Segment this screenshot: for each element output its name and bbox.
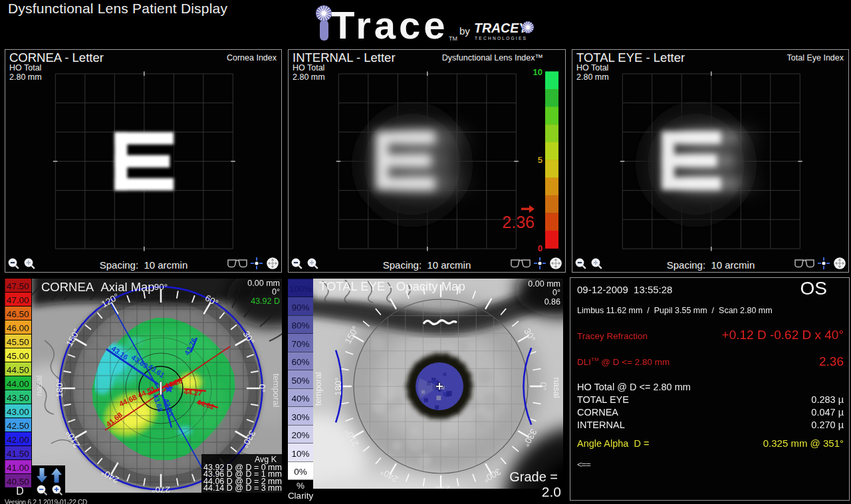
- svg-text:42.50: 42.50: [7, 421, 29, 431]
- svg-text:45.00: 45.00: [7, 351, 29, 361]
- svg-text:47.00: 47.00: [7, 295, 29, 305]
- svg-text:by: by: [459, 25, 470, 37]
- svg-text:D: D: [16, 485, 24, 497]
- svg-text:TM: TM: [449, 35, 457, 42]
- svg-text:42.00: 42.00: [7, 435, 29, 445]
- svg-text:TOTAL EYE - Opacity Map: TOTAL EYE - Opacity Map: [319, 279, 465, 293]
- svg-text:2.36: 2.36: [502, 213, 535, 231]
- svg-text:5: 5: [538, 155, 543, 165]
- svg-text:30%: 30%: [291, 412, 309, 422]
- svg-text:44.50: 44.50: [7, 365, 29, 375]
- svg-text:Spacing: 10 arcmin: Spacing: 10 arcmin: [383, 259, 471, 271]
- svg-text:47.50: 47.50: [7, 281, 29, 291]
- svg-text:0.86: 0.86: [545, 297, 560, 307]
- svg-text:270°: 270°: [152, 485, 170, 495]
- svg-text:temporal: temporal: [313, 372, 323, 406]
- svg-text:10%: 10%: [291, 449, 309, 459]
- svg-text:2.80 mm: 2.80 mm: [293, 72, 325, 82]
- svg-text:0°: 0°: [539, 382, 548, 391]
- svg-text:Dysfunctional Lens Index™: Dysfunctional Lens Index™: [442, 53, 543, 63]
- svg-text:HO Total: HO Total: [293, 63, 324, 72]
- svg-text:0°: 0°: [272, 287, 280, 297]
- svg-text:44.00: 44.00: [7, 379, 29, 389]
- svg-text:40%: 40%: [291, 394, 309, 404]
- svg-text:0%: 0%: [294, 467, 307, 477]
- svg-text:temporal: temporal: [271, 374, 281, 408]
- svg-text:180°: 180°: [55, 379, 64, 398]
- svg-text:TRACEY: TRACEY: [474, 21, 529, 35]
- svg-text:2.80 mm: 2.80 mm: [9, 72, 42, 82]
- svg-text:TECHNOLOGIES: TECHNOLOGIES: [475, 36, 527, 41]
- svg-text:Total Eye Index: Total Eye Index: [787, 53, 844, 63]
- svg-text:HO Total: HO Total: [576, 63, 608, 72]
- svg-text:Spacing: 10 arcmin: Spacing: 10 arcmin: [667, 259, 755, 271]
- svg-text:50%: 50%: [291, 376, 309, 386]
- svg-text:70%: 70%: [291, 339, 309, 349]
- svg-text:80%: 80%: [291, 320, 309, 330]
- svg-text:CORNEA Axial Map: CORNEA Axial Map: [41, 280, 155, 294]
- svg-text:90%: 90%: [291, 303, 309, 313]
- svg-text:0: 0: [538, 243, 543, 253]
- svg-text:0.00 mm: 0.00 mm: [247, 279, 280, 288]
- svg-text:0°: 0°: [257, 384, 267, 393]
- svg-text:46.50: 46.50: [7, 309, 29, 319]
- svg-text:0.00 mm: 0.00 mm: [528, 279, 560, 289]
- svg-text:Clarity: Clarity: [288, 491, 313, 501]
- svg-text:41.50: 41.50: [7, 449, 29, 459]
- svg-text:Spacing: 10 arcmin: Spacing: 10 arcmin: [100, 259, 188, 271]
- svg-text:90°: 90°: [154, 282, 168, 292]
- svg-text:2.80 mm: 2.80 mm: [576, 72, 609, 82]
- svg-text:20%: 20%: [291, 430, 309, 440]
- svg-text:2.0: 2.0: [542, 484, 561, 499]
- svg-text:44.27: 44.27: [183, 388, 202, 397]
- svg-text:nasal: nasal: [34, 375, 44, 396]
- svg-text:41.00: 41.00: [7, 463, 29, 473]
- svg-text:nasal: nasal: [552, 377, 562, 398]
- svg-text:Grade =: Grade =: [509, 469, 558, 484]
- svg-text:0°: 0°: [552, 288, 560, 297]
- svg-text:43.92 D: 43.92 D: [251, 297, 280, 306]
- svg-text:10: 10: [533, 67, 543, 77]
- svg-text:46.00: 46.00: [7, 323, 29, 333]
- svg-text:44.14 D @ D = 3 mm: 44.14 D @ D = 3 mm: [203, 483, 282, 493]
- svg-text:43.00: 43.00: [7, 407, 29, 417]
- svg-text:60%: 60%: [291, 357, 309, 367]
- svg-text:180°: 180°: [333, 377, 343, 396]
- svg-text:Trace: Trace: [331, 3, 449, 45]
- svg-text:45.50: 45.50: [7, 337, 29, 347]
- svg-text:%: %: [297, 481, 304, 491]
- svg-text:100%: 100%: [289, 284, 312, 294]
- svg-text:Cornea Index: Cornea Index: [227, 53, 277, 63]
- svg-text:270°: 270°: [431, 484, 450, 494]
- svg-text:43.50: 43.50: [7, 393, 29, 403]
- svg-text:HO Total: HO Total: [9, 63, 41, 72]
